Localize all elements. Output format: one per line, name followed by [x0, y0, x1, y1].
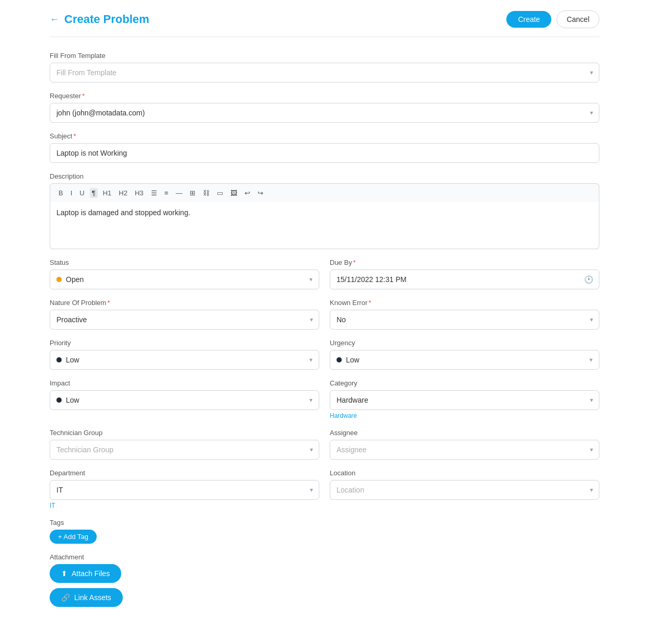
assignee-select[interactable]: Assignee — [330, 440, 599, 460]
known-error-label: Known Error* — [330, 299, 599, 307]
chevron-down-icon: ▾ — [309, 276, 312, 283]
chevron-down-icon: ▾ — [309, 396, 312, 404]
chevron-down-icon: ▾ — [309, 356, 312, 364]
status-select[interactable]: Open ▾ — [50, 270, 319, 289]
urgency-dot-icon — [337, 357, 342, 362]
department-wrapper: IT ▾ — [50, 480, 319, 500]
ordered-list-button[interactable]: ≡ — [163, 188, 171, 198]
page-title: Create Problem — [64, 13, 149, 26]
impact-value: Low — [66, 396, 79, 404]
due-by-wrapper: 🕐 — [330, 270, 599, 289]
status-wrapper: Open ▾ — [50, 270, 319, 289]
table-button[interactable]: ⊞ — [188, 188, 198, 198]
description-section: Description B I U ¶ H1 H2 H3 ☰ ≡ — ⊞ ⛓ ▭… — [50, 172, 599, 249]
chevron-down-icon: ▾ — [589, 356, 593, 364]
priority-dot-icon — [56, 357, 62, 362]
due-by-field: Due By* 🕐 — [330, 259, 599, 289]
header-actions: Create Cancel — [506, 10, 599, 28]
description-toolbar: B I U ¶ H1 H2 H3 ☰ ≡ — ⊞ ⛓ ▭ 🖼 ↩ ↪ — [50, 183, 599, 202]
h2-button[interactable]: H2 — [117, 188, 130, 198]
assignee-wrapper: Assignee ▾ — [330, 440, 599, 460]
requester-select[interactable]: john (john@motadata.com) — [50, 103, 599, 123]
due-by-input[interactable] — [330, 270, 599, 289]
category-label: Category — [330, 379, 599, 387]
status-value: Open — [66, 275, 84, 284]
italic-button[interactable]: I — [68, 188, 75, 198]
priority-field: Priority Low ▾ — [50, 339, 319, 370]
required-indicator: * — [353, 259, 356, 266]
impact-label: Impact — [50, 379, 319, 387]
location-select[interactable]: Location — [330, 480, 599, 500]
nature-knownerror-row: Nature Of Problem* Proactive ▾ Known Err… — [50, 299, 599, 330]
underline-button[interactable]: U — [77, 188, 86, 198]
cancel-button[interactable]: Cancel — [557, 10, 599, 28]
department-field: Department IT ▾ IT — [50, 469, 319, 509]
page-header: ← Create Problem Create Cancel — [50, 10, 599, 37]
create-button[interactable]: Create — [506, 11, 551, 28]
back-button[interactable]: ← — [50, 14, 59, 25]
priority-wrapper: Low ▾ — [50, 350, 319, 370]
category-select[interactable]: Hardware — [330, 390, 599, 410]
known-error-select[interactable]: No — [330, 310, 599, 330]
fill-from-template-select[interactable]: Fill From Template — [50, 63, 599, 83]
location-field: Location Location ▾ — [330, 469, 599, 509]
category-field: Category Hardware ▾ Hardware — [330, 379, 599, 419]
impact-select[interactable]: Low ▾ — [50, 390, 319, 410]
attachment-section: Attachment ⬆ Attach Files 🔗 Link Assets — [50, 553, 599, 607]
unordered-list-button[interactable]: ☰ — [149, 188, 159, 198]
paragraph-button[interactable]: ¶ — [90, 188, 98, 198]
nature-of-problem-select[interactable]: Proactive — [50, 310, 319, 330]
description-label: Description — [50, 172, 599, 180]
subject-input[interactable] — [50, 143, 599, 163]
fill-from-template-label: Fill From Template — [50, 52, 599, 60]
urgency-wrapper: Low ▾ — [330, 350, 599, 370]
priority-label: Priority — [50, 339, 319, 347]
media-button[interactable]: ▭ — [215, 188, 225, 198]
fill-from-template-section: Fill From Template Fill From Template ▾ — [50, 52, 599, 83]
urgency-label: Urgency — [330, 339, 599, 347]
image-button[interactable]: 🖼 — [228, 188, 239, 198]
department-location-row: Department IT ▾ IT Location Location ▾ — [50, 469, 599, 509]
urgency-value: Low — [346, 356, 360, 364]
nature-wrapper: Proactive ▾ — [50, 310, 319, 330]
required-indicator: * — [368, 299, 371, 307]
h3-button[interactable]: H3 — [133, 188, 146, 198]
add-tag-button[interactable]: + Add Tag — [50, 530, 97, 544]
impact-dot-icon — [56, 397, 62, 403]
requester-wrapper: john (john@motadata.com) ▾ — [50, 103, 599, 123]
undo-button[interactable]: ↩ — [242, 188, 252, 198]
requester-section: Requester* john (john@motadata.com) ▾ — [50, 92, 599, 123]
urgency-select[interactable]: Low ▾ — [330, 350, 599, 370]
hr-button[interactable]: — — [173, 188, 184, 198]
subject-section: Subject* — [50, 132, 599, 163]
header-left: ← Create Problem — [50, 13, 149, 26]
technician-group-label: Technician Group — [50, 429, 319, 437]
location-wrapper: Location ▾ — [330, 480, 599, 500]
tags-section: Tags + Add Tag — [50, 519, 599, 544]
known-error-wrapper: No ▾ — [330, 310, 599, 330]
department-select[interactable]: IT — [50, 480, 319, 500]
subject-label: Subject* — [50, 132, 599, 140]
priority-select[interactable]: Low ▾ — [50, 350, 319, 370]
urgency-field: Urgency Low ▾ — [330, 339, 599, 370]
attach-files-label: Attach Files — [72, 569, 110, 578]
requester-label: Requester* — [50, 92, 599, 100]
bold-button[interactable]: B — [56, 188, 65, 198]
link-button[interactable]: ⛓ — [201, 188, 212, 198]
department-hint: IT — [50, 502, 319, 509]
technician-assignee-row: Technician Group Technician Group ▾ Assi… — [50, 429, 599, 460]
required-indicator: * — [82, 92, 85, 100]
description-editor[interactable]: Laptop is damaged and stopped working. — [50, 202, 599, 249]
link-assets-button[interactable]: 🔗 Link Assets — [50, 588, 123, 607]
redo-button[interactable]: ↪ — [256, 188, 265, 198]
technician-group-field: Technician Group Technician Group ▾ — [50, 429, 319, 460]
link-assets-label: Link Assets — [74, 593, 111, 602]
priority-value: Low — [66, 356, 79, 364]
technician-group-wrapper: Technician Group ▾ — [50, 440, 319, 460]
attach-files-button[interactable]: ⬆ Attach Files — [50, 564, 121, 583]
status-dueby-row: Status Open ▾ Due By* 🕐 — [50, 259, 599, 289]
h1-button[interactable]: H1 — [101, 188, 114, 198]
attachment-actions: ⬆ Attach Files — [50, 564, 599, 588]
impact-field: Impact Low ▾ — [50, 379, 319, 419]
technician-group-select[interactable]: Technician Group — [50, 440, 319, 460]
